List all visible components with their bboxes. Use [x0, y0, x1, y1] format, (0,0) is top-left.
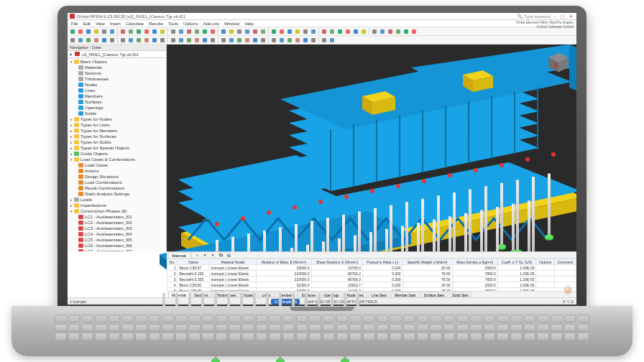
table-row[interactable]: 2Baustahl S 235Isotropic | Linear Elasti…: [167, 271, 576, 277]
tbl-copy-icon[interactable]: ⿻: [217, 251, 224, 259]
btab-solid-sets[interactable]: Solid Sets: [448, 292, 472, 297]
table-row[interactable]: 3Baustahl S 355Isotropic | Linear Elasti…: [167, 277, 576, 282]
svg-rect-3: [94, 29, 98, 34]
svg-rect-4: [102, 29, 106, 34]
undo-icon[interactable]: [101, 28, 108, 35]
table-row[interactable]: 4Beton C25/30Isotropic | Linear Elastic3…: [167, 282, 576, 288]
table-row[interactable]: 1Beton C30/37Isotropic | Linear Elastic3…: [167, 265, 576, 271]
content-row: Navigator - Data ▾ x2_RKE1_[Cassco Tgr.x…: [68, 45, 576, 251]
menu-file[interactable]: File: [70, 22, 80, 26]
col-header[interactable]: Comment: [554, 259, 576, 265]
col-header[interactable]: Poisson's Ratio ν [-]: [363, 259, 403, 265]
btab-materials[interactable]: Materials: [168, 292, 190, 297]
status-center: CO Simple (8) SNAP GRID ORTHO OSNAP POLA…: [271, 299, 377, 305]
btab-surface-sets[interactable]: Surface Sets: [420, 292, 448, 297]
col-header[interactable]: Name: [178, 259, 209, 265]
table-panel: Materials ＋ ✕ ✎ ⿻ ▤ No.NameMaterial Mode…: [167, 251, 576, 297]
svg-rect-178: [500, 183, 503, 248]
tbl-del-icon[interactable]: ✕: [201, 251, 208, 259]
btab-thicknesses[interactable]: Thicknesses: [212, 292, 239, 297]
svg-point-112: [267, 210, 271, 215]
svg-point-122: [525, 157, 530, 162]
user-avatar[interactable]: [564, 286, 572, 294]
svg-point-114: [318, 200, 323, 204]
search-field[interactable]: 🔍 Type keyword: [518, 14, 551, 19]
tab-materials[interactable]: Materials: [168, 252, 190, 258]
svg-rect-43: [78, 38, 83, 42]
window-title: Dlubal RFEM 6.23.09132 [x2]_RKE1_[Cassco…: [77, 14, 185, 19]
svg-rect-46: [102, 38, 106, 42]
new-icon[interactable]: [69, 28, 76, 35]
btab-member-sets[interactable]: Member Sets: [391, 292, 420, 297]
laptop-base: [12, 306, 632, 356]
minimize-button[interactable]: –: [551, 14, 558, 19]
menu-edit[interactable]: Edit: [82, 22, 92, 26]
app-icon: [70, 14, 75, 19]
table-scroll[interactable]: No.NameMaterial ModelModulus of Elast. E…: [167, 259, 576, 291]
print-icon[interactable]: [93, 28, 100, 35]
col-header[interactable]: Material Model: [209, 259, 257, 265]
col-header[interactable]: Options: [536, 259, 554, 265]
open-icon[interactable]: [77, 28, 84, 35]
titlebar: Dlubal RFEM 6.23.09132 [x2]_RKE1_[Cassco…: [68, 13, 576, 20]
status-snap[interactable]: SNAP GRID ORTHO OSNAP POLAR TRACK: [304, 300, 377, 304]
svg-text:X: X: [553, 62, 558, 69]
btab-sections[interactable]: Sections: [190, 292, 211, 297]
zoomwin-icon[interactable]: [101, 37, 108, 44]
table-bottom-tabs: MaterialsSectionsThicknessesNodesLinesMe…: [167, 291, 576, 297]
table-toolbar: ＋ ✕ ✎ ⿻ ▤: [193, 251, 232, 259]
status-phase[interactable]: CO Simple (8): [271, 299, 300, 305]
menu-view[interactable]: View: [94, 22, 106, 26]
btab-surfaces[interactable]: Surfaces: [298, 292, 320, 297]
btab-line-sets[interactable]: Line Sets: [368, 292, 390, 297]
zoom-icon[interactable]: [93, 37, 100, 44]
btab-node-sets[interactable]: Node Sets: [344, 292, 367, 297]
btab-nodes[interactable]: Nodes: [240, 292, 257, 297]
btab-openings[interactable]: Openings: [320, 292, 342, 297]
table-top-tabs: Materials ＋ ✕ ✎ ⿻ ▤: [167, 252, 576, 259]
viewport-3d[interactable]: X: [167, 45, 576, 251]
svg-point-110: [215, 222, 219, 226]
svg-point-121: [500, 163, 504, 167]
save-icon[interactable]: [85, 28, 92, 35]
svg-point-117: [396, 184, 400, 188]
tbl-edit-icon[interactable]: ✎: [209, 251, 216, 259]
laptop-mockup: Dlubal RFEM 6.23.09132 [x2]_RKE1_[Cassco…: [58, 6, 586, 356]
tbl-filter-icon[interactable]: ▤: [225, 251, 232, 259]
svg-point-111: [241, 216, 245, 221]
app-window: Dlubal RFEM 6.23.09132 [x2]_RKE1_[Cassco…: [68, 13, 576, 305]
col-header[interactable]: No.: [167, 259, 178, 265]
svg-point-113: [293, 205, 297, 210]
status-tip: 1 Isotropic: [70, 300, 86, 304]
btab-lines[interactable]: Lines: [259, 292, 275, 297]
svg-rect-184: [532, 177, 535, 259]
navigate-icon[interactable]: [69, 37, 76, 44]
btab-members[interactable]: Members: [275, 292, 298, 297]
close-button[interactable]: ✕: [567, 14, 574, 19]
pan-icon[interactable]: [77, 37, 84, 44]
status-coords: X: Y: Z:: [563, 300, 574, 304]
svg-rect-238: [512, 204, 515, 254]
svg-rect-45: [94, 38, 98, 42]
col-header[interactable]: Mass Density ρ [kg/m³]: [452, 259, 497, 265]
svg-rect-241: [528, 200, 530, 258]
svg-point-115: [344, 195, 349, 199]
col-header[interactable]: Shear Modulus G [N/mm²]: [311, 259, 363, 265]
svg-point-118: [422, 179, 426, 183]
screen-bezel: Dlubal RFEM 6.23.09132 [x2]_RKE1_[Cassco…: [58, 6, 586, 315]
laptop-keyboard: [55, 315, 589, 340]
maximize-button[interactable]: ▢: [559, 14, 566, 19]
svg-rect-2: [86, 29, 91, 34]
col-header[interactable]: Specific Weight γ [kN/m³]: [402, 259, 452, 265]
col-header[interactable]: Modulus of Elast. E [N/mm²]: [257, 259, 311, 265]
materials-table: No.NameMaterial ModelModulus of Elast. E…: [167, 259, 576, 291]
col-header[interactable]: Coeff. α T-Tp. [1/K]: [497, 259, 536, 265]
svg-point-277: [276, 358, 285, 362]
svg-rect-169: [453, 192, 456, 257]
view-cube[interactable]: X: [546, 50, 571, 75]
tbl-new-icon[interactable]: ＋: [193, 251, 201, 259]
svg-rect-44: [86, 38, 91, 42]
laptop-hinge: [290, 307, 354, 311]
orbit-icon[interactable]: [85, 37, 92, 44]
svg-point-292: [341, 358, 349, 362]
